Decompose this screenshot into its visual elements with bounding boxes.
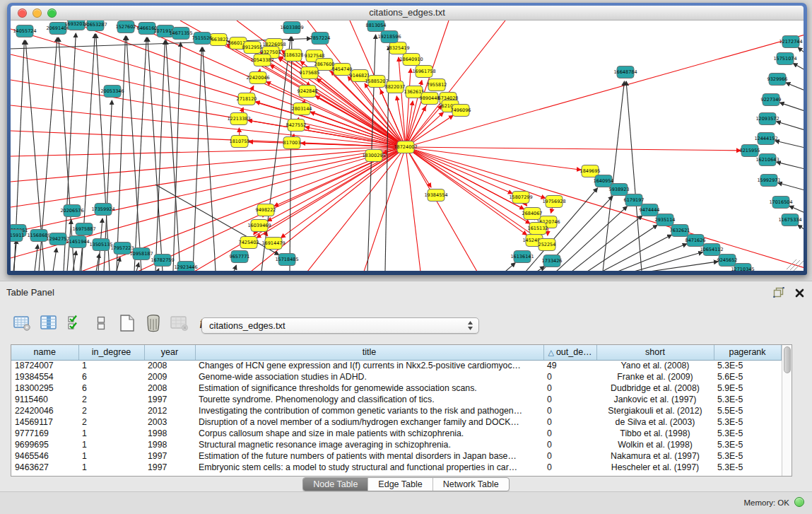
table-cell[interactable]: Changes of HCN gene expression and I(f) …: [195, 360, 543, 371]
graph-node[interactable]: 16210643: [755, 154, 779, 166]
graph-node[interactable]: 7857224: [310, 33, 331, 45]
graph-node[interactable]: 18325419: [386, 42, 409, 54]
graph-node[interactable]: 18640910: [399, 54, 423, 66]
table-cell[interactable]: 5.3E-5: [714, 360, 781, 371]
table-cell[interactable]: Wolkin et al. (1998): [596, 439, 714, 450]
graph-node[interactable]: 16039469: [247, 220, 271, 232]
graph-edge[interactable]: [158, 269, 159, 271]
graph-node[interactable]: 20053346: [100, 86, 124, 98]
table-cell[interactable]: 5.3E-5: [714, 394, 781, 405]
graph-node[interactable]: 16782759: [151, 255, 174, 267]
table-cell[interactable]: 6: [78, 371, 144, 382]
graph-node[interactable]: 20206576: [60, 205, 83, 217]
graph-node[interactable]: 16914479: [261, 238, 285, 250]
graph-node[interactable]: 9329966: [767, 74, 788, 86]
graph-node[interactable]: 16648784: [613, 66, 637, 78]
table-cell[interactable]: Stergiakouli et al. (2012): [596, 405, 714, 416]
table-cell[interactable]: 5.3E-5: [714, 428, 781, 439]
column-header-in-degree[interactable]: in_degree: [78, 345, 144, 360]
table-cell[interactable]: 5.3E-5: [714, 462, 781, 473]
table-cell[interactable]: Jankovic et al. (1997): [596, 394, 714, 405]
table-cell[interactable]: Nakamura et al. (1997): [596, 450, 714, 462]
column-header-title[interactable]: title: [195, 345, 543, 360]
network-graph[interactable]: 1872400776638228660123891295518226058932…: [11, 21, 804, 271]
graph-node[interactable]: 12444152: [754, 133, 777, 145]
column-header-pagerank[interactable]: pagerank: [714, 345, 781, 360]
table-cell[interactable]: Corpus callosum shape and size in male p…: [195, 428, 543, 439]
graph-node[interactable]: 8822037: [385, 81, 406, 93]
graph-edge[interactable]: [779, 103, 804, 111]
graph-node[interactable]: 16975887: [72, 223, 95, 235]
graph-node[interactable]: 9227349: [761, 94, 782, 106]
table-cell[interactable]: 9699695: [11, 439, 78, 450]
table-cell[interactable]: 0: [543, 462, 596, 473]
graph-node[interactable]: 2935114: [655, 214, 676, 226]
graph-node[interactable]: 17359924: [91, 204, 114, 216]
graph-node[interactable]: 9245652: [717, 255, 738, 267]
graph-node[interactable]: 16961758: [412, 66, 435, 78]
table-cell[interactable]: 5.9E-5: [714, 382, 781, 394]
table-cell[interactable]: Tibbo et al. (1998): [596, 428, 714, 439]
table-selector[interactable]: citations_edges.txt: [201, 317, 479, 334]
table-cell[interactable]: 2: [78, 394, 144, 405]
create-table-button[interactable]: [117, 313, 136, 332]
table-cell[interactable]: 18300295: [11, 382, 78, 394]
graph-node[interactable]: 2684067: [522, 208, 543, 220]
graph-edge[interactable]: [193, 47, 201, 271]
table-cell[interactable]: 1998: [144, 428, 195, 439]
table-cell[interactable]: de Silva et al. (2003): [596, 416, 714, 428]
table-cell[interactable]: 0: [543, 382, 596, 394]
graph-node[interactable]: 6179197: [624, 194, 645, 206]
graph-edge[interactable]: [203, 47, 216, 271]
table-row[interactable]: 911546021997Tourette syndrome. Phenomeno…: [11, 394, 781, 405]
table-cell[interactable]: 1: [78, 450, 144, 462]
graph-node[interactable]: 10543382: [250, 54, 273, 66]
float-panel-icon[interactable]: [773, 287, 784, 300]
table-row[interactable]: 1830029562008Estimation of significance …: [11, 382, 781, 394]
graph-edge[interactable]: [572, 216, 642, 271]
graph-edge[interactable]: [789, 206, 804, 213]
graph-node[interactable]: 17016504: [769, 197, 792, 209]
table-cell[interactable]: 9465546: [11, 450, 78, 462]
table-cell[interactable]: 0: [543, 428, 596, 439]
graph-node[interactable]: 16033809: [280, 22, 303, 34]
table-cell[interactable]: 1997: [144, 394, 195, 405]
table-cell[interactable]: 0: [543, 450, 596, 462]
column-header-short[interactable]: short: [596, 345, 714, 360]
table-cell[interactable]: 2: [78, 416, 144, 428]
graph-node[interactable]: 11675334: [778, 214, 801, 226]
table-cell[interactable]: 5.5E-5: [714, 405, 781, 416]
graph-edge[interactable]: [194, 147, 406, 271]
table-cell[interactable]: 6: [78, 382, 144, 394]
graph-node[interactable]: 14671355: [169, 28, 192, 40]
graph-edge[interactable]: [406, 147, 530, 223]
graph-node[interactable]: 7425402: [239, 237, 259, 249]
window-titlebar[interactable]: citations_edges.txt: [11, 6, 804, 21]
graph-node[interactable]: 9890448: [420, 93, 440, 105]
graph-node[interactable]: 9175685: [300, 67, 320, 79]
graph-node[interactable]: 7632621: [670, 225, 690, 237]
graph-node[interactable]: 15751074: [773, 53, 796, 65]
graph-node[interactable]: 12710345: [731, 264, 754, 271]
table-cell[interactable]: Disruption of a novel member of a sodium…: [195, 416, 543, 428]
table-scrollbar-thumb[interactable]: [784, 346, 791, 373]
graph-node[interactable]: 15807299: [509, 192, 532, 204]
graph-node[interactable]: 19384554: [424, 189, 447, 201]
graph-node[interactable]: 252254: [539, 239, 556, 251]
graph-edge[interactable]: [786, 83, 804, 90]
table-row[interactable]: 1456911722003Disruption of a novel membe…: [11, 416, 781, 428]
graph-node[interactable]: 19756928: [542, 196, 565, 208]
column-header-name[interactable]: name: [11, 345, 78, 360]
table-cell[interactable]: Hescheler et al. (1997): [596, 462, 714, 473]
table-cell[interactable]: 0: [543, 439, 596, 450]
table-cell[interactable]: Franke et al. (2009): [596, 371, 714, 382]
table-cell[interactable]: 0: [543, 394, 596, 405]
canvas-resize-handle[interactable]: [787, 259, 804, 271]
table-cell[interactable]: Estimation of significance thresholds fo…: [195, 382, 543, 394]
table-cell[interactable]: 2003: [144, 416, 195, 428]
graph-node[interactable]: 13505135: [89, 239, 112, 251]
graph-node[interactable]: 22420046: [246, 72, 269, 84]
graph-edge[interactable]: [134, 37, 146, 271]
table-cell[interactable]: 9115460: [11, 394, 78, 405]
tab-network-table[interactable]: Network Table: [433, 478, 509, 491]
